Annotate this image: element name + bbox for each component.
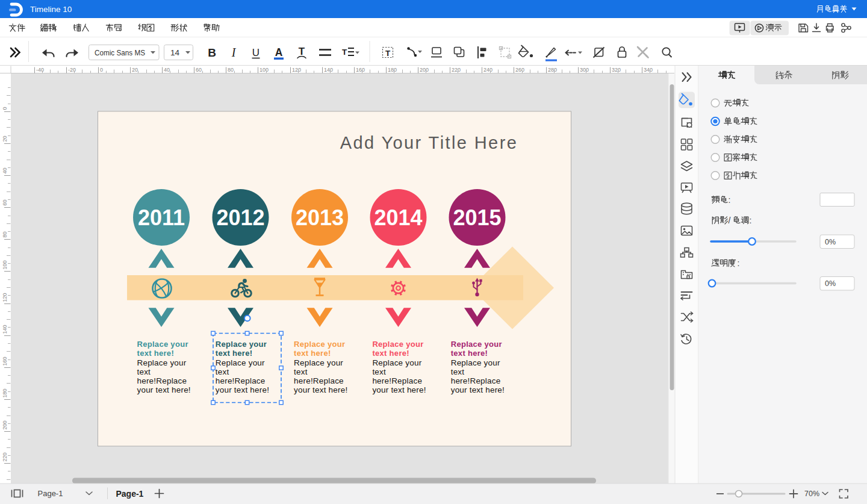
svg-text:Replace your: Replace your (451, 340, 502, 349)
svg-text:-40: -40 (36, 67, 44, 73)
svg-text:A: A (275, 46, 283, 58)
svg-text:T: T (385, 49, 391, 58)
svg-text:160: 160 (2, 356, 8, 366)
svg-text:your text here!: your text here! (372, 385, 426, 394)
svg-text:280: 280 (548, 67, 557, 73)
svg-text:160: 160 (356, 67, 365, 73)
svg-text:text: text (294, 367, 308, 376)
svg-text:200: 200 (420, 67, 429, 73)
svg-text:here!Replace: here!Replace (216, 376, 266, 385)
svg-text:text here!: text here! (372, 349, 409, 358)
svg-text:U: U (252, 47, 259, 58)
svg-text:200: 200 (2, 420, 8, 429)
svg-text::: : (729, 195, 731, 205)
svg-text:0: 0 (2, 107, 8, 110)
svg-text:180: 180 (2, 388, 8, 397)
svg-text:text: text (451, 367, 465, 376)
svg-text:Replace your: Replace your (451, 358, 500, 367)
svg-text:Timeline 10: Timeline 10 (30, 5, 72, 14)
svg-text:140: 140 (2, 325, 8, 334)
svg-text:180: 180 (388, 67, 397, 73)
svg-text:B: B (208, 46, 216, 59)
svg-text:here!Replace: here!Replace (294, 376, 344, 385)
svg-text:text here!: text here! (216, 349, 253, 358)
svg-text:Replace your: Replace your (294, 358, 343, 367)
svg-text:100: 100 (2, 260, 8, 269)
svg-text:240: 240 (483, 67, 493, 73)
svg-text:Comic Sans MS: Comic Sans MS (95, 48, 145, 57)
svg-text:0%: 0% (825, 238, 836, 246)
svg-text:2014: 2014 (374, 205, 422, 230)
svg-text:14: 14 (170, 48, 180, 57)
svg-text:40: 40 (2, 167, 8, 173)
svg-text:Replace your: Replace your (372, 358, 421, 367)
svg-text:-20: -20 (68, 67, 76, 73)
svg-text:40: 40 (164, 67, 170, 73)
svg-text:your text here!: your text here! (137, 385, 191, 394)
svg-text:20: 20 (2, 135, 8, 142)
svg-text:20: 20 (132, 67, 138, 73)
svg-text:220: 220 (2, 452, 8, 461)
svg-text:T: T (299, 46, 305, 57)
svg-text:text: text (372, 367, 386, 376)
svg-text:text: text (137, 367, 151, 376)
svg-text:2013: 2013 (296, 205, 344, 230)
svg-text:your text here!: your text here! (216, 385, 269, 394)
svg-text:Replace your: Replace your (137, 358, 187, 367)
svg-text:80: 80 (228, 67, 234, 73)
svg-text:Replace your: Replace your (294, 340, 345, 349)
svg-text:Replace your: Replace your (372, 340, 423, 349)
svg-text:I: I (231, 46, 237, 59)
svg-text:340: 340 (644, 67, 653, 73)
svg-text:/: / (729, 216, 731, 225)
svg-text:0%: 0% (825, 279, 836, 288)
svg-text:here!Replace: here!Replace (137, 376, 187, 385)
svg-text:2012: 2012 (216, 205, 264, 230)
svg-text:120: 120 (2, 293, 8, 302)
svg-text:text here!: text here! (137, 349, 175, 358)
svg-text:60: 60 (196, 67, 202, 73)
svg-text:80: 80 (2, 231, 8, 237)
svg-text:220: 220 (452, 67, 461, 73)
svg-text:text: text (216, 367, 229, 376)
svg-text:2015: 2015 (453, 205, 501, 230)
svg-text:260: 260 (515, 67, 524, 73)
svg-text::: : (738, 258, 740, 268)
svg-text:0: 0 (100, 67, 103, 73)
svg-text:Replace your: Replace your (216, 340, 267, 349)
svg-text:text here!: text here! (294, 349, 331, 358)
svg-text:your text here!: your text here! (451, 385, 505, 394)
svg-text:60: 60 (2, 199, 8, 205)
svg-text:Replace your: Replace your (137, 340, 188, 349)
svg-text:text here!: text here! (451, 349, 488, 358)
svg-text:Page-1: Page-1 (116, 489, 144, 499)
svg-text::: : (750, 216, 752, 225)
svg-text:here!Replace: here!Replace (451, 376, 501, 385)
svg-text:120: 120 (292, 67, 301, 73)
svg-text:Add Your Title Here: Add Your Title Here (340, 133, 518, 152)
svg-text:100: 100 (259, 67, 269, 73)
svg-text:your text here!: your text here! (294, 385, 347, 394)
svg-text:Page-1: Page-1 (38, 489, 63, 498)
svg-text:320: 320 (612, 67, 621, 73)
svg-text:Replace your: Replace your (216, 358, 265, 367)
svg-text:140: 140 (324, 67, 333, 73)
svg-text:T: T (342, 48, 347, 57)
svg-text:here!Replace: here!Replace (372, 376, 422, 385)
svg-text:300: 300 (580, 67, 589, 73)
svg-text:2011: 2011 (138, 205, 185, 230)
svg-text:70%: 70% (804, 490, 819, 498)
